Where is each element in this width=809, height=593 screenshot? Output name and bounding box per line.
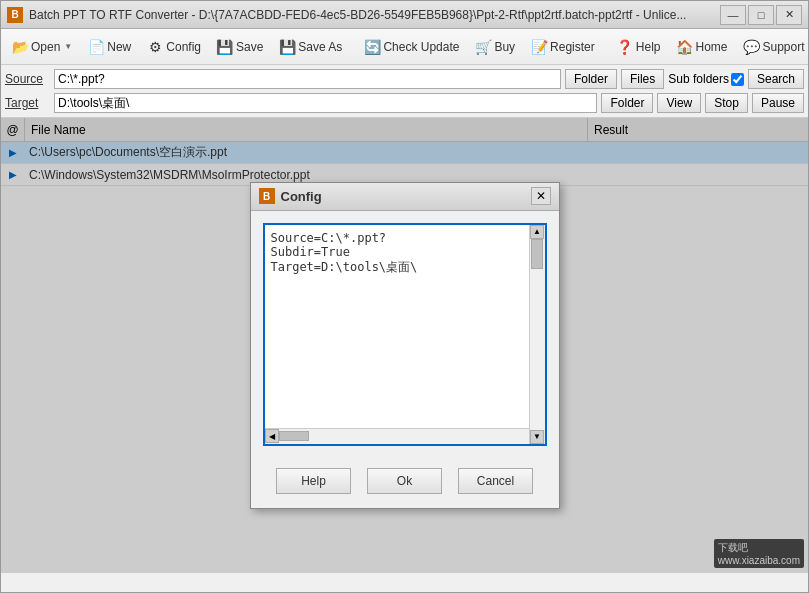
title-bar-text: Batch PPT TO RTF Converter - D:\{7A7ACBD… xyxy=(29,8,720,22)
config-icon: ⚙ xyxy=(147,39,163,55)
target-folder-button[interactable]: Folder xyxy=(601,93,653,113)
config-dialog: B Config ✕ Source=C:\*.ppt? Subdir=True … xyxy=(250,182,560,509)
target-row: Target Folder View Stop Pause xyxy=(5,92,804,114)
register-button[interactable]: 📝 Register xyxy=(524,33,602,61)
config-textarea-wrapper: Source=C:\*.ppt? Subdir=True Target=D:\t… xyxy=(263,223,547,446)
buy-icon: 🛒 xyxy=(475,39,491,55)
open-button[interactable]: 📂 Open ▼ xyxy=(5,33,79,61)
scroll-down-button[interactable]: ▼ xyxy=(530,430,544,444)
source-row: Source Folder Files Sub folders Search xyxy=(5,68,804,90)
main-content: @ File Name Result ▶ C:\Users\pc\Documen… xyxy=(1,118,808,572)
source-target-area: Source Folder Files Sub folders Search T… xyxy=(1,65,808,118)
scroll-track-h xyxy=(279,429,531,444)
dialog-close-button[interactable]: ✕ xyxy=(531,187,551,205)
save-as-button[interactable]: 💾 Save As xyxy=(272,33,349,61)
toolbar: 📂 Open ▼ 📄 New ⚙ Config 💾 Save 💾 Save As… xyxy=(1,29,808,65)
dialog-buttons: Help Ok Cancel xyxy=(251,458,559,508)
main-window: B Batch PPT TO RTF Converter - D:\{7A7AC… xyxy=(0,0,809,593)
vertical-scrollbar: ▲ ▼ xyxy=(529,225,545,444)
home-button[interactable]: 🏠 Home xyxy=(669,33,734,61)
target-input[interactable] xyxy=(54,93,597,113)
target-label: Target xyxy=(5,96,50,110)
buy-button[interactable]: 🛒 Buy xyxy=(468,33,522,61)
app-icon: B xyxy=(7,7,23,23)
support-icon: 💬 xyxy=(744,39,760,55)
help-icon: ❓ xyxy=(617,39,633,55)
source-input[interactable] xyxy=(54,69,561,89)
close-button[interactable]: ✕ xyxy=(776,5,802,25)
save-icon: 💾 xyxy=(217,39,233,55)
scroll-up-button[interactable]: ▲ xyxy=(530,225,544,239)
check-update-icon: 🔄 xyxy=(364,39,380,55)
scroll-thumb-h[interactable] xyxy=(279,431,309,441)
save-as-icon: 💾 xyxy=(279,39,295,55)
open-icon: 📂 xyxy=(12,39,28,55)
check-update-button[interactable]: 🔄 Check Update xyxy=(357,33,466,61)
source-folder-button[interactable]: Folder xyxy=(565,69,617,89)
status-bar xyxy=(1,572,808,592)
save-button[interactable]: 💾 Save xyxy=(210,33,270,61)
subfolders-checkbox-group: Sub folders xyxy=(668,72,744,86)
pause-button[interactable]: Pause xyxy=(752,93,804,113)
minimize-button[interactable]: — xyxy=(720,5,746,25)
source-files-button[interactable]: Files xyxy=(621,69,664,89)
subfolders-label: Sub folders xyxy=(668,72,729,86)
dialog-ok-button[interactable]: Ok xyxy=(367,468,442,494)
open-dropdown-arrow: ▼ xyxy=(64,42,72,51)
scroll-track-v xyxy=(530,239,545,430)
help-button[interactable]: ❓ Help xyxy=(610,33,668,61)
target-view-button[interactable]: View xyxy=(657,93,701,113)
subfolders-checkbox[interactable] xyxy=(731,73,744,86)
title-bar: B Batch PPT TO RTF Converter - D:\{7A7AC… xyxy=(1,1,808,29)
horizontal-scrollbar: ◀ ▶ xyxy=(265,428,545,444)
scroll-left-button[interactable]: ◀ xyxy=(265,429,279,443)
search-button[interactable]: Search xyxy=(748,69,804,89)
register-icon: 📝 xyxy=(531,39,547,55)
config-button[interactable]: ⚙ Config xyxy=(140,33,208,61)
dialog-title-text: Config xyxy=(281,189,531,204)
config-textarea[interactable]: Source=C:\*.ppt? Subdir=True Target=D:\t… xyxy=(265,225,529,425)
modal-overlay: B Config ✕ Source=C:\*.ppt? Subdir=True … xyxy=(1,118,808,572)
dialog-app-icon: B xyxy=(259,188,275,204)
new-button[interactable]: 📄 New xyxy=(81,33,138,61)
home-icon: 🏠 xyxy=(676,39,692,55)
dialog-cancel-button[interactable]: Cancel xyxy=(458,468,533,494)
title-bar-controls: — □ ✕ xyxy=(720,5,802,25)
dialog-body: Source=C:\*.ppt? Subdir=True Target=D:\t… xyxy=(251,211,559,458)
scroll-thumb-v[interactable] xyxy=(531,239,543,269)
new-icon: 📄 xyxy=(88,39,104,55)
support-button[interactable]: 💬 Support xyxy=(737,33,810,61)
stop-button[interactable]: Stop xyxy=(705,93,748,113)
maximize-button[interactable]: □ xyxy=(748,5,774,25)
source-label: Source xyxy=(5,72,50,86)
dialog-title-bar: B Config ✕ xyxy=(251,183,559,211)
dialog-help-button[interactable]: Help xyxy=(276,468,351,494)
